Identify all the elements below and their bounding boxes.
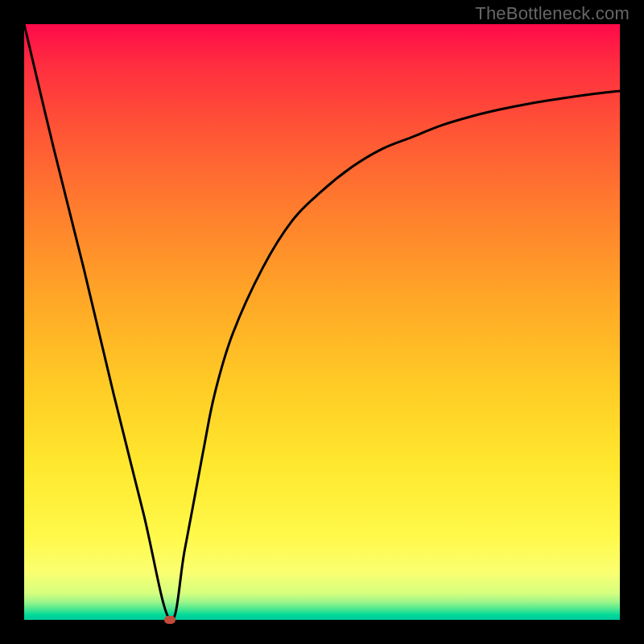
minimum-marker — [164, 616, 175, 624]
chart-frame: TheBottleneck.com — [0, 0, 644, 644]
bottleneck-curve — [24, 24, 620, 620]
plot-area — [24, 24, 620, 620]
watermark-text: TheBottleneck.com — [475, 3, 630, 24]
curve-svg — [24, 24, 620, 620]
